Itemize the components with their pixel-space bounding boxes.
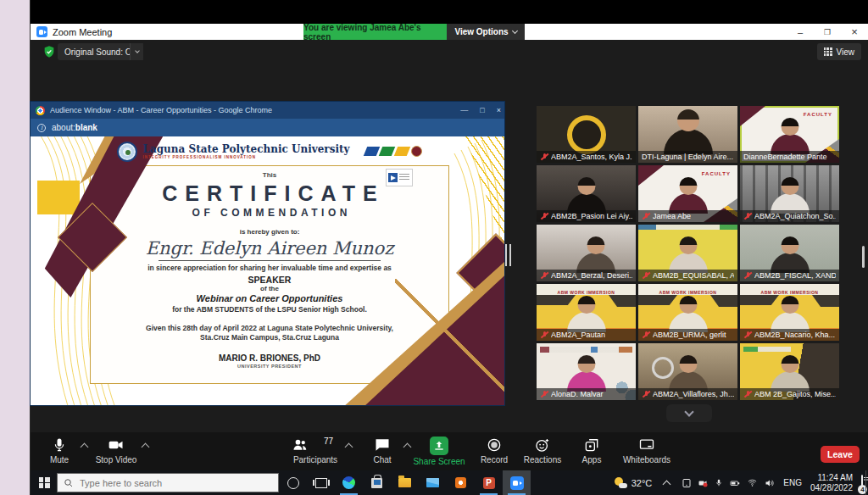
participant-name: ABM2B_Nacario, Kha... <box>754 331 835 339</box>
participant-name: AlonaD. Malvar <box>551 390 604 398</box>
participant-name: Jamea Abe <box>653 212 691 220</box>
file-explorer-button[interactable] <box>391 470 419 495</box>
cert-recipient-name: Engr. Edelyn Aireen Munoz <box>90 238 449 259</box>
participant-name: ABM2B_EQUISABAL, A... <box>653 271 734 280</box>
participant-tile[interactable]: FACULTY DianneBernadette Pante <box>740 106 839 163</box>
participant-tile[interactable]: ABM2B_FISCAL, XAND... <box>740 225 839 281</box>
view-options-label: View Options <box>454 27 508 36</box>
window-controls <box>787 24 868 40</box>
original-sound-dropdown[interactable] <box>130 43 143 60</box>
participant-tile[interactable]: ABM2B_Pasion Lei Aiy... <box>537 165 636 222</box>
decor-yellow-rect <box>37 181 80 214</box>
muted-mic-icon <box>540 390 548 399</box>
clock[interactable]: 11:24 AM 04/28/2022 <box>810 473 853 493</box>
edge-button[interactable] <box>335 470 363 495</box>
url-text: about:blank <box>52 123 97 132</box>
muted-mic-icon <box>743 271 752 281</box>
participant-tile[interactable]: FACULTY Jamea Abe <box>638 165 737 222</box>
participant-name: ABM2B_Pasion Lei Aiy... <box>551 212 632 220</box>
participant-tile[interactable]: ABM WORK IMMERSION ABM2B_URMA, gerlit <box>638 284 737 341</box>
participant-tile[interactable]: ABM WORK IMMERSION ABM2A_Pautan <box>537 284 636 341</box>
restore-button[interactable] <box>814 24 841 40</box>
reactions-icon <box>534 437 551 453</box>
participant-tile[interactable]: DTI-Laguna | Edelyn Aire... <box>638 106 737 163</box>
cert-this: This <box>90 171 449 179</box>
cert-of-the: of the <box>90 285 449 292</box>
zoom-taskbar-button[interactable] <box>503 470 531 495</box>
store-button[interactable] <box>363 470 391 495</box>
chrome-minimize-button[interactable]: — <box>460 106 468 114</box>
tray-icons <box>682 477 775 488</box>
action-center-button[interactable]: 4 <box>861 476 863 491</box>
cert-role: SPEAKER <box>90 275 449 285</box>
cortana-button[interactable] <box>279 470 307 495</box>
wifi-icon[interactable] <box>747 478 758 487</box>
chat-icon <box>374 437 391 453</box>
zoom-icon <box>510 476 524 490</box>
whiteboards-button[interactable]: Whiteboards <box>611 437 682 464</box>
participants-scrollbar[interactable] <box>862 246 865 268</box>
leave-button[interactable]: Leave <box>821 446 860 463</box>
participant-tile[interactable]: ABM2A_Santos, Kyla J... <box>537 106 636 163</box>
more-participants-button[interactable] <box>666 404 712 422</box>
camera-blocked-icon[interactable] <box>698 478 709 488</box>
device-icon[interactable] <box>682 478 692 488</box>
avatar <box>567 115 606 154</box>
search-icon <box>64 478 74 488</box>
view-button[interactable]: View <box>817 43 862 60</box>
meeting-area: Original Sound: Off View Audience Window… <box>31 40 868 432</box>
cert-appreciation: in sincere appreciation for sharing her … <box>90 264 449 272</box>
muted-mic-icon <box>642 271 650 281</box>
faculty-background-label: FACULTY <box>804 112 832 117</box>
certificate-page: Laguna State Polytechnic University INTE… <box>31 136 504 405</box>
cert-signatory: MARIO R. BRIONES, PhD <box>90 353 449 363</box>
view-label: View <box>837 47 855 57</box>
cert-date-line1: Given this 28th day of April 2022 at Lag… <box>90 324 449 332</box>
office-button[interactable] <box>447 470 475 495</box>
volume-icon[interactable] <box>764 478 775 488</box>
powerpoint-button[interactable]: P <box>475 470 503 495</box>
close-button[interactable] <box>841 24 868 40</box>
hidden-icons-caret[interactable] <box>663 481 671 489</box>
cert-subtitle: OF COMMENDATION <box>90 207 449 219</box>
date: 04/28/2022 <box>810 483 853 493</box>
taskbar-search[interactable] <box>57 473 279 492</box>
stop-video-button[interactable]: Stop Video <box>81 437 152 464</box>
participant-tile[interactable]: ABM WORK IMMERSION ABM2B_Nacario, Kha... <box>740 284 839 341</box>
chrome-window-title: Audience Window - ABM - Career Opportuni… <box>50 106 272 114</box>
window-title: Zoom Meeting <box>53 27 112 37</box>
battery-icon[interactable] <box>729 478 741 488</box>
apps-icon <box>583 437 600 453</box>
page-info-icon[interactable]: i <box>37 124 46 132</box>
language-indicator[interactable]: ENG <box>783 478 802 487</box>
immersion-background-label: ABM WORK IMMERSION <box>638 290 737 295</box>
chrome-address-bar[interactable]: i about:blank <box>31 119 504 136</box>
immersion-background-label: ABM WORK IMMERSION <box>537 290 636 295</box>
panel-resize-handle[interactable] <box>505 244 511 266</box>
search-input[interactable] <box>80 478 249 488</box>
muted-mic-icon <box>743 212 752 221</box>
chrome-close-button[interactable]: × <box>497 106 501 114</box>
minimize-button[interactable] <box>787 24 814 40</box>
participant-tile[interactable]: AlonaD. Malvar <box>537 343 636 400</box>
mail-icon <box>426 478 439 487</box>
windows-taskbar: P 32°C ENG 11:24 AM 04/28/2022 <box>31 470 868 495</box>
participant-tile[interactable]: ABM2B_EQUISABAL, A... <box>638 225 737 281</box>
participant-tile[interactable]: ABM2A_Quiatchon_So... <box>740 165 839 222</box>
mail-button[interactable] <box>419 470 447 495</box>
security-shield-icon[interactable] <box>42 45 56 58</box>
start-button[interactable] <box>33 470 55 495</box>
cert-event: Webinar on Career Opportunities <box>90 293 449 303</box>
weather-widget[interactable]: 32°C <box>615 477 653 488</box>
muted-mic-icon <box>642 390 650 399</box>
participant-name: ABM2B_FISCAL, XAND... <box>754 271 836 280</box>
mic-tray-icon[interactable] <box>715 477 723 488</box>
participant-tile[interactable]: ABM2A_Villaflores, Jh... <box>638 343 737 400</box>
participants-button[interactable]: 77 Participants <box>280 437 351 464</box>
task-view-button[interactable] <box>307 470 335 495</box>
view-options-button[interactable]: View Options <box>447 24 525 40</box>
chrome-maximize-button[interactable]: □ <box>480 106 484 114</box>
participant-tile[interactable]: ABM 2B_Gajitos, Mise... <box>740 343 839 400</box>
participant-tile[interactable]: ABM2A_Berzal, Deseri... <box>537 225 636 281</box>
microphone-icon <box>51 437 68 453</box>
